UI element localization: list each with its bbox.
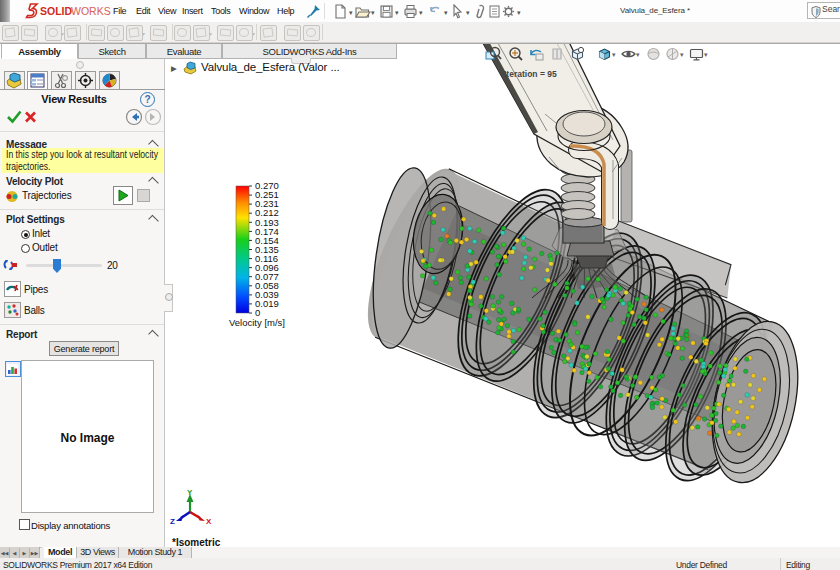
- svg-text:SOLID: SOLID: [40, 5, 73, 17]
- svg-text:Velocity [m/s]: Velocity [m/s]: [229, 317, 285, 328]
- svg-text:WORKS: WORKS: [71, 5, 111, 17]
- svg-text:Z: Z: [170, 517, 175, 526]
- svg-text:X: X: [206, 517, 212, 526]
- svg-text:Iteration = 95: Iteration = 95: [504, 69, 557, 79]
